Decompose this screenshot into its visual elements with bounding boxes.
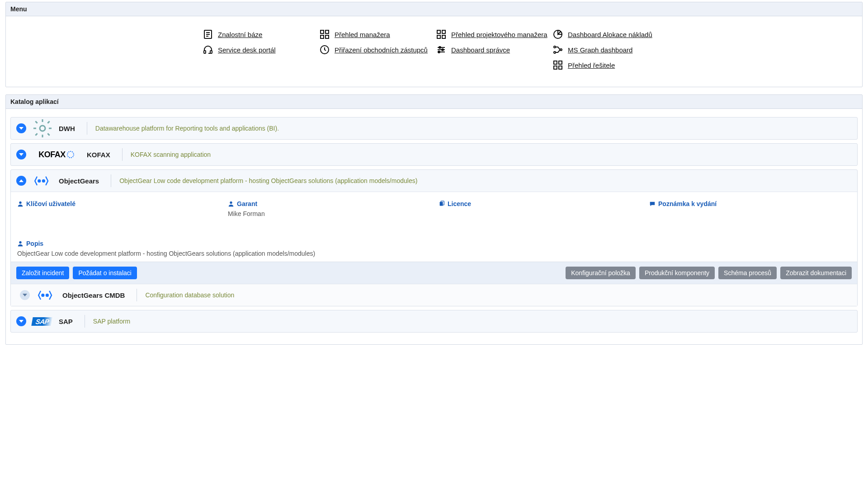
primary-action-button[interactable]: Založit incident: [16, 267, 69, 279]
separator: [87, 122, 87, 135]
app-row: KOFAXKOFAXKOFAX scanning application: [10, 143, 858, 166]
primary-action-button[interactable]: Požádat o instalaci: [73, 267, 137, 279]
app-head[interactable]: SAPSAPSAP platform: [11, 310, 857, 332]
menu-body: Znalostní bázeService desk portálPřehled…: [6, 16, 862, 87]
licence-label: Licence: [439, 200, 640, 207]
menu-link-label: MS Graph dashboard: [568, 46, 632, 54]
app-head[interactable]: KOFAXKOFAXKOFAX scanning application: [11, 144, 857, 165]
svg-point-18: [439, 47, 441, 48]
separator: [85, 315, 85, 328]
clock-icon: [319, 44, 330, 55]
secondary-action-button[interactable]: Schéma procesů: [718, 267, 777, 279]
licence: Licence: [439, 200, 640, 217]
svg-point-29: [40, 126, 45, 131]
gear-icon: [32, 122, 53, 135]
chevron-down-icon[interactable]: [20, 290, 30, 300]
menu-link[interactable]: MS Graph dashboard: [552, 44, 665, 55]
menu-link[interactable]: Dashboard Alokace nákladů: [552, 29, 665, 40]
person-icon: [228, 201, 234, 207]
svg-rect-27: [554, 66, 557, 69]
app-description: ObjectGear Low code development platform…: [117, 177, 417, 184]
menu-link[interactable]: Znalostní báze: [203, 29, 316, 40]
separator: [122, 148, 123, 161]
secondary-action-button[interactable]: Zobrazit dokumentaci: [780, 267, 852, 279]
svg-point-37: [19, 241, 21, 244]
graph-icon: [552, 44, 563, 55]
svg-rect-13: [437, 35, 440, 38]
menu-link-label: Service desk portál: [218, 46, 276, 54]
svg-rect-8: [321, 35, 324, 38]
key-users: Klíčoví uživatelé: [17, 200, 219, 217]
svg-rect-6: [321, 30, 324, 33]
menu-link-label: Dashboard Alokace nákladů: [568, 31, 652, 38]
grid-icon: [436, 29, 447, 40]
menu-link-label: Přehled projektového manažera: [451, 31, 547, 38]
svg-rect-5: [210, 51, 212, 53]
menu-link[interactable]: Přiřazení obchodních zástupců: [319, 44, 432, 55]
app-sub-description: Configuration database solution: [142, 291, 234, 299]
menu-link[interactable]: Service desk portál: [203, 44, 316, 55]
menu-link-label: Přehled řešitele: [568, 61, 615, 69]
svg-point-31: [38, 180, 40, 182]
svg-point-33: [19, 202, 21, 204]
app-sub-name: ObjectGears CMDB: [62, 291, 131, 299]
app-row: ObjectGearsObjectGear Low code developme…: [10, 169, 858, 306]
menu-panel: Menu Znalostní bázeService desk portálPř…: [5, 2, 863, 87]
app-sub-row[interactable]: ObjectGears CMDBConfiguration database s…: [11, 284, 857, 306]
sap-logo-icon: SAP: [32, 315, 53, 328]
app-name: KOFAX: [87, 151, 117, 159]
chevron-down-icon[interactable]: [16, 316, 26, 326]
chevron-up-icon[interactable]: [16, 176, 26, 186]
sliders-icon: [436, 44, 447, 55]
svg-point-19: [442, 49, 443, 51]
app-head[interactable]: DWHDatawarehouse platform for Reporting …: [11, 117, 857, 139]
popis-label: Popis: [17, 240, 851, 247]
guarantor: GarantMike Forman: [228, 200, 429, 217]
release-note: Poznámka k vydání: [649, 200, 851, 217]
svg-point-22: [554, 46, 556, 48]
grid-icon: [552, 60, 563, 70]
menu-column: Přehled projektového manažeraDashboard s…: [436, 29, 549, 70]
catalog-body: DWHDatawarehouse platform for Reporting …: [6, 109, 862, 344]
svg-rect-12: [442, 30, 445, 33]
menu-link-label: Přiřazení obchodních zástupců: [335, 46, 428, 54]
svg-rect-11: [437, 30, 440, 33]
menu-link[interactable]: Přehled řešitele: [552, 60, 665, 70]
key-users-label: Klíčoví uživatelé: [17, 200, 219, 207]
svg-rect-25: [554, 61, 557, 64]
secondary-action-button[interactable]: Konfigurační položka: [566, 267, 636, 279]
app-row: SAPSAPSAP platform: [10, 310, 858, 333]
secondary-action-button[interactable]: Produkční komponenty: [639, 267, 715, 279]
person-icon: [17, 201, 24, 207]
chevron-down-icon[interactable]: [16, 123, 26, 133]
catalog-title: Katalog aplikací: [6, 95, 862, 109]
separator: [137, 289, 137, 301]
app-description: Datawarehouse platform for Reporting too…: [93, 125, 279, 132]
objectgears-logo-icon: [35, 289, 57, 301]
app-description: KOFAX scanning application: [128, 151, 211, 158]
menu-link[interactable]: Přehled projektového manažera: [436, 29, 549, 40]
app-row: DWHDatawarehouse platform for Reporting …: [10, 117, 858, 140]
popis-value: ObjectGear Low code development platform…: [17, 250, 851, 257]
guarantor-label: Garant: [228, 200, 429, 207]
action-bar: Založit incidentPožádat o instalaciKonfi…: [11, 262, 857, 284]
separator: [111, 174, 111, 187]
guarantor-value: Mike Forman: [228, 210, 429, 217]
app-head[interactable]: ObjectGearsObjectGear Low code developme…: [11, 170, 857, 192]
svg-rect-9: [326, 35, 329, 38]
menu-link-label: Přehled manažera: [335, 31, 390, 38]
menu-link-label: Dashboard správce: [451, 46, 510, 54]
detail-grid: Klíčoví uživateléGarantMike FormanLicenc…: [17, 200, 851, 257]
kofax-logo-icon: KOFAX: [32, 148, 81, 161]
menu-link[interactable]: Přehled manažera: [319, 29, 432, 40]
menu-link[interactable]: Dashboard správce: [436, 44, 549, 55]
menu-link-label: Znalostní báze: [218, 31, 262, 38]
app-detail: Klíčoví uživateléGarantMike FormanLicenc…: [11, 192, 857, 262]
objectgears-logo-icon: [32, 174, 53, 187]
popis-section: PopisObjectGear Low code development pla…: [17, 240, 851, 257]
headset-icon: [203, 44, 213, 55]
svg-point-32: [42, 180, 45, 182]
chevron-down-icon[interactable]: [16, 150, 26, 160]
chat-icon: [649, 201, 656, 207]
menu-column: Dashboard Alokace nákladůMS Graph dashbo…: [552, 29, 665, 70]
